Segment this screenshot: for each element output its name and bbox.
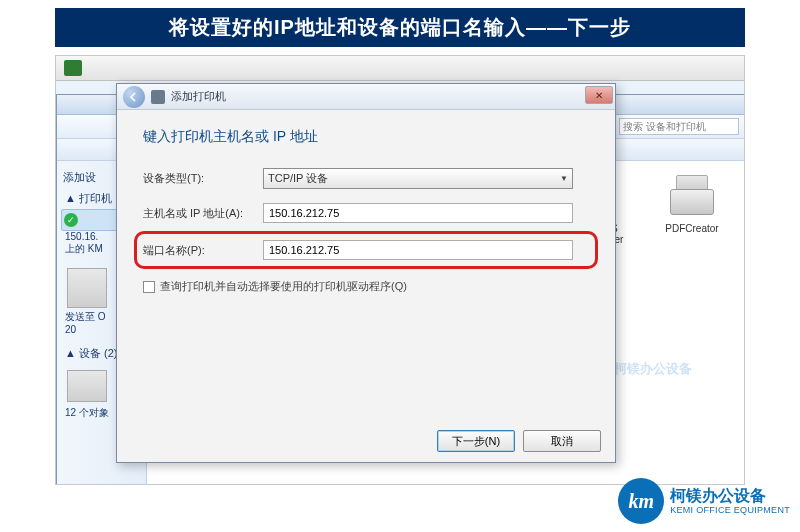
checkbox-autodetect[interactable] xyxy=(143,281,155,293)
back-button[interactable] xyxy=(123,86,145,108)
printer-item-pdfcreator[interactable]: PDFCreator xyxy=(647,169,737,234)
dialog-title: 添加打印机 xyxy=(171,89,226,104)
sidebar-devices-label: 设备 (2) xyxy=(79,347,118,359)
label-host: 主机名或 IP 地址(A): xyxy=(143,206,263,221)
cancel-button[interactable]: 取消 xyxy=(523,430,601,452)
highlighted-port-row: 端口名称(P): xyxy=(134,231,598,269)
screenshot-container: 搜索 设备和打印机 添加设 ▲ 打印机 ✓ 150.16. 上的 KM 发送至 … xyxy=(55,55,745,485)
background-ribbon xyxy=(56,56,744,81)
dialog-heading: 键入打印机主机名或 IP 地址 xyxy=(143,128,589,146)
printer-icon xyxy=(662,169,722,219)
input-host[interactable] xyxy=(263,203,573,223)
close-button[interactable]: ✕ xyxy=(585,86,613,104)
row-device-type: 设备类型(T): TCP/IP 设备 ▼ xyxy=(143,168,589,189)
row-host: 主机名或 IP 地址(A): xyxy=(143,203,589,223)
brand-footer: km 柯镁办公设备 KEMI OFFICE EQUIPMENT xyxy=(618,478,790,524)
brand-logo: km xyxy=(618,478,664,524)
sidebar-device-thumb[interactable] xyxy=(67,370,107,402)
check-icon: ✓ xyxy=(64,213,78,227)
row-autodetect: 查询打印机并自动选择要使用的打印机驱动程序(Q) xyxy=(143,279,589,294)
row-port: 端口名称(P): xyxy=(143,240,589,260)
select-device-type[interactable]: TCP/IP 设备 ▼ xyxy=(263,168,573,189)
dialog-footer: 下一步(N) 取消 xyxy=(437,430,601,452)
printer-label: PDFCreator xyxy=(647,223,737,234)
label-autodetect: 查询打印机并自动选择要使用的打印机驱动程序(Q) xyxy=(160,279,407,294)
chevron-down-icon: ▼ xyxy=(560,174,568,183)
printer-small-icon xyxy=(151,90,165,104)
label-device-type: 设备类型(T): xyxy=(143,171,263,186)
excel-icon xyxy=(64,60,82,76)
select-device-type-value: TCP/IP 设备 xyxy=(268,171,328,186)
sidebar-printers-label: 打印机 xyxy=(79,192,112,204)
arrow-left-icon xyxy=(129,92,139,102)
input-port[interactable] xyxy=(263,240,573,260)
dialog-titlebar: 添加打印机 ✕ xyxy=(117,84,615,110)
sidebar-scanner-thumb[interactable] xyxy=(67,268,107,308)
slide-title: 将设置好的IP地址和设备的端口名输入——下一步 xyxy=(55,8,745,47)
brand-name: 柯镁办公设备 xyxy=(670,487,790,505)
add-printer-dialog: 添加打印机 ✕ 键入打印机主机名或 IP 地址 设备类型(T): TCP/IP … xyxy=(116,83,616,463)
label-port: 端口名称(P): xyxy=(143,243,263,258)
next-button[interactable]: 下一步(N) xyxy=(437,430,515,452)
brand-sub: KEMI OFFICE EQUIPMENT xyxy=(670,505,790,515)
explorer-search-input[interactable]: 搜索 设备和打印机 xyxy=(619,118,739,135)
